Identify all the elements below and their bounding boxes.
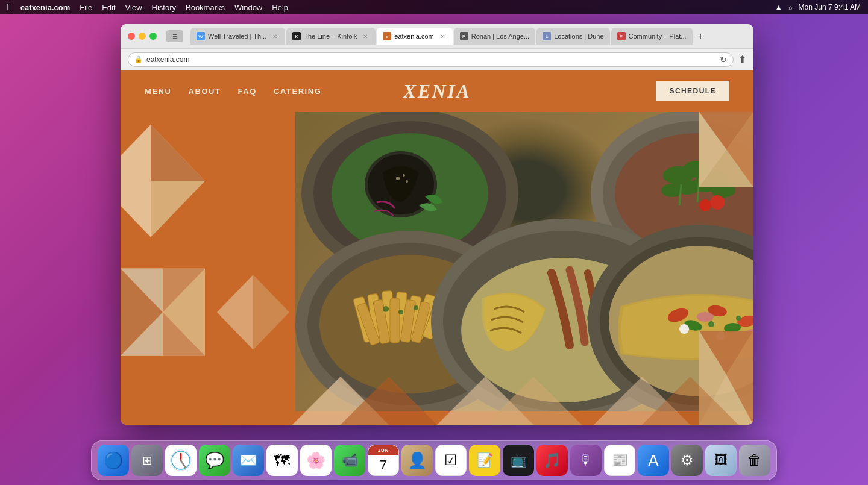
dock-trash[interactable]: 🗑 — [739, 445, 770, 476]
menubar-left:  eatxenia.com File Edit View History Bo… — [7, 2, 288, 13]
site-logo: XENIA — [403, 80, 471, 102]
url-text: eatxenia.com — [146, 55, 716, 64]
browser-window: ☰ W Well Traveled | Th... ✕ K The Line –… — [121, 24, 753, 425]
new-tab-button[interactable]: + — [694, 29, 708, 43]
menu-help[interactable]: Help — [272, 3, 288, 12]
traffic-lights — [128, 33, 157, 40]
titlebar: ☰ W Well Traveled | Th... ✕ K The Line –… — [121, 24, 753, 48]
bottom-geo-strip — [292, 377, 753, 425]
svg-rect-46 — [390, 298, 400, 343]
menu-view[interactable]: View — [125, 3, 142, 12]
menu-bookmarks[interactable]: Bookmarks — [186, 3, 225, 12]
tab-label: Community – Plat... — [629, 33, 687, 40]
dock-messages[interactable]: 💬 — [199, 445, 230, 476]
dock-podcasts[interactable]: 🎙 — [570, 445, 602, 476]
tab-label: Locations | Dune — [554, 33, 603, 40]
lock-icon: 🔒 — [134, 55, 143, 63]
svg-point-75 — [679, 324, 689, 334]
svg-marker-1 — [151, 125, 205, 181]
dock-finder[interactable]: 🔵 — [98, 445, 129, 476]
tab-favicon: R — [460, 32, 468, 40]
site-navigation: MENU ABOUT FAQ CATERING XENIA SCHEDULE — [121, 70, 753, 112]
svg-point-49 — [383, 306, 389, 312]
dock-safari[interactable] — [165, 445, 197, 476]
tab-dune[interactable]: L Locations | Dune — [536, 28, 609, 45]
dock-contacts[interactable]: 👤 — [401, 445, 433, 476]
dock-music[interactable]: 🎵 — [536, 445, 568, 476]
dock-launchpad[interactable]: ⊞ — [131, 445, 163, 476]
menu-history[interactable]: History — [152, 3, 176, 12]
nav-catering[interactable]: CATERING — [274, 87, 321, 96]
tab-label: Ronan | Los Ange... — [471, 33, 529, 40]
dock-news[interactable]: 📰 — [604, 445, 635, 476]
nav-faq[interactable]: FAQ — [238, 87, 257, 96]
dock-appletv[interactable]: 📺 — [503, 445, 534, 476]
tab-label: eatxenia.com — [394, 33, 433, 40]
tab-community[interactable]: P Community – Plat... — [611, 28, 693, 45]
dock-preview[interactable]: 🖼 — [705, 445, 737, 476]
tab-close[interactable]: ✕ — [361, 32, 370, 40]
tab-close[interactable]: ✕ — [271, 32, 279, 40]
schedule-button[interactable]: SCHEDULE — [656, 81, 729, 101]
tab-favicon: P — [617, 32, 626, 40]
sidebar-button[interactable]: ☰ — [166, 30, 183, 42]
close-button[interactable] — [128, 33, 135, 40]
dock-photos[interactable]: 🌸 — [300, 445, 332, 476]
hero-food-image — [292, 112, 753, 411]
tab-favicon: L — [542, 32, 551, 40]
menu-window[interactable]: Window — [234, 3, 262, 12]
svg-marker-11 — [253, 275, 289, 350]
svg-point-50 — [398, 310, 403, 314]
tab-xenia[interactable]: e eatxenia.com ✕ — [377, 28, 452, 45]
tab-favicon: e — [383, 32, 391, 40]
logo-text: XENIA — [403, 80, 471, 102]
dock-facetime[interactable]: 📹 — [334, 445, 365, 476]
dock-calendar[interactable]: JUN 7 — [368, 445, 399, 476]
tabs-bar: W Well Traveled | Th... ✕ K The Line – K… — [190, 28, 746, 45]
tab-favicon: W — [197, 32, 205, 40]
tab-label: Well Traveled | Th... — [208, 33, 266, 40]
nav-menu[interactable]: MENU — [145, 87, 172, 96]
hero-area — [121, 112, 753, 425]
share-icon[interactable]: ⬆ — [738, 54, 746, 65]
tab-favicon: K — [292, 32, 301, 40]
clock: Mon Jun 7 9:41 AM — [799, 3, 861, 11]
tab-well-traveled[interactable]: W Well Traveled | Th... ✕ — [190, 28, 285, 45]
svg-marker-2 — [151, 181, 205, 237]
dock-maps[interactable]: 🗺 — [266, 445, 298, 476]
menubar:  eatxenia.com File Edit View History Bo… — [0, 0, 868, 14]
dock-reminders[interactable]: ☑ — [435, 445, 467, 476]
svg-point-17 — [396, 177, 400, 180]
site-content: MENU ABOUT FAQ CATERING XENIA SCHEDULE — [121, 70, 753, 425]
nav-about[interactable]: ABOUT — [189, 87, 221, 96]
svg-point-18 — [403, 174, 405, 177]
tab-kinfolk[interactable]: K The Line – Kinfolk ✕ — [286, 28, 376, 45]
tab-ronan[interactable]: R Ronan | Los Ange... — [454, 28, 535, 45]
search-icon: ⌕ — [788, 3, 793, 11]
left-geometric-decoration — [121, 112, 295, 425]
calendar-day: 7 — [380, 457, 387, 473]
minimize-button[interactable] — [139, 33, 146, 40]
svg-point-19 — [406, 180, 408, 183]
addressbar: 🔒 eatxenia.com ↻ ⬆ — [121, 48, 753, 70]
svg-marker-10 — [217, 275, 253, 350]
menubar-right: ▲ ⌕ Mon Jun 7 9:41 AM — [775, 3, 861, 11]
dock: 🔵 ⊞ 💬 ✉️ 🗺 🌸 📹 JUN 7 — [91, 440, 777, 480]
app-name: eatxenia.com — [20, 3, 70, 12]
dock-system-preferences[interactable]: ⚙ — [671, 445, 703, 476]
wifi-icon: ▲ — [775, 3, 782, 11]
calendar-month: JUN — [378, 448, 389, 453]
apple-menu[interactable]:  — [7, 2, 11, 13]
dock-notes[interactable]: 📝 — [469, 445, 500, 476]
menu-edit[interactable]: Edit — [102, 3, 115, 12]
fullscreen-button[interactable] — [149, 33, 157, 40]
tab-close[interactable]: ✕ — [438, 32, 447, 40]
tab-label: The Line – Kinfolk — [304, 33, 357, 40]
dock-appstore[interactable]: A — [638, 445, 669, 476]
dock-mail[interactable]: ✉️ — [233, 445, 264, 476]
menu-file[interactable]: File — [80, 3, 92, 12]
address-bar-input[interactable]: 🔒 eatxenia.com ↻ — [128, 52, 734, 67]
refresh-icon: ↻ — [720, 55, 727, 64]
nav-links: MENU ABOUT FAQ CATERING — [145, 87, 321, 96]
